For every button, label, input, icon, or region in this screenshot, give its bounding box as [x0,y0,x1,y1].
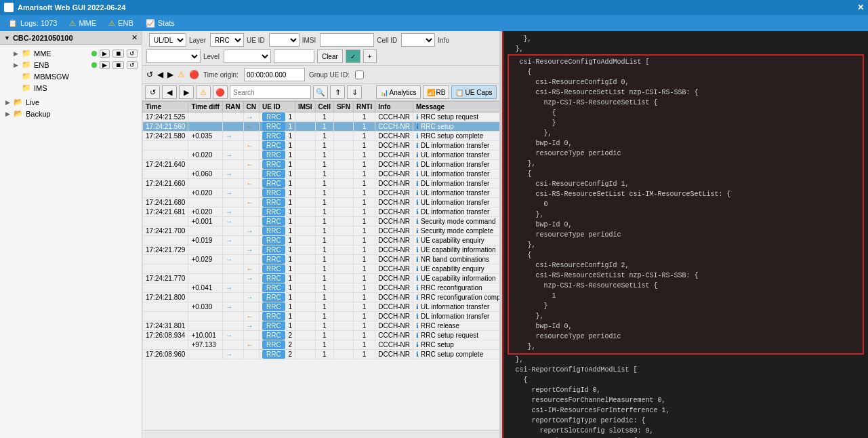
rb-btn[interactable]: 📶 RB [423,85,450,99]
col-rnti[interactable]: RNTI [353,102,375,113]
table-row[interactable]: 17:24:31.801 → RRC 1 1 1 DCCH-NR ℹRRC re… [143,321,499,331]
table-row[interactable]: 17:24:21.680 ← RRC 1 1 1 DCCH-NR ℹUL inf… [143,198,499,207]
ue-caps-btn[interactable]: 📋 UE Caps [451,85,496,99]
table-row[interactable]: 17:24:21.681 +0.020 → RRC 1 1 1 DCCH-NR … [143,207,499,217]
close-icon[interactable]: ✕ [857,3,864,12]
search-prev-btn[interactable]: ⇑ [330,85,345,99]
table-row[interactable]: ← RRC 1 1 1 DCCH-NR ℹDL information tran… [143,312,499,321]
sidebar-close-icon[interactable]: ✕ [131,33,138,42]
menu-stats[interactable]: 📈 Stats [140,18,180,29]
table-row[interactable]: 17:26:08.960 → RRC 2 1 1 DCCH-NR ℹRRC se… [143,350,499,359]
col-message[interactable]: Message [413,102,499,113]
menu-mme[interactable]: ⚠ MME [64,18,102,29]
table-row[interactable]: 17:24:21.560 ← RRC 1 1 1 CCCH-NR ℹRRC se… [143,122,499,132]
sidebar-item-enb[interactable]: ▶ 📁 ENB ▶ ⏹ ↺ [1,59,140,71]
imsi-input[interactable] [320,33,374,47]
enb-stop-btn[interactable]: ⏹ [112,61,124,69]
layer-select[interactable]: RRCPDCPRLCMAC [210,33,244,47]
clear-btn[interactable]: Clear [317,49,343,63]
sidebar-item-mme[interactable]: ▶ 📁 MME ▶ ⏹ ↺ [1,47,140,59]
time-origin-input[interactable] [244,68,305,81]
table-row[interactable]: +0.001 → RRC 1 1 1 DCCH-NR ℹSecurity mod… [143,217,499,226]
sidebar-item-ims[interactable]: 📁 IMS [1,82,140,94]
table-row[interactable]: 17:24:21.580 +0.035 → RRC 1 1 1 DCCH-NR … [143,132,499,141]
log-table-wrapper[interactable]: Time Time diff RAN CN UE ID IMSI Cell SF… [142,101,499,430]
error-filter-btn[interactable]: 🔴 [213,85,228,99]
mme-play-btn[interactable]: ▶ [100,49,110,58]
toolbar: UL/DLULDL Layer RRCPDCPRLCMAC UE ID 12 I… [142,31,499,66]
table-row[interactable]: 17:24:21.800 → RRC 1 1 1 DCCH-NR ℹRRC re… [143,293,499,302]
mme-stop-btn[interactable]: ⏹ [112,49,124,58]
table-row[interactable]: +0.041 → RRC 1 1 1 DCCH-NR ℹRRC reconfig… [143,283,499,293]
filter-input[interactable] [274,49,314,63]
search-next-btn[interactable]: ⇓ [347,85,362,99]
col-ueid[interactable]: UE ID [260,102,295,113]
group-ue-checkbox[interactable] [355,71,364,79]
table-row[interactable]: 17:24:21.770 → RRC 1 1 1 DCCH-NR ℹUE cap… [143,274,499,283]
menu-logs[interactable]: 📋 Logs: 1073 [3,18,62,29]
table-row[interactable]: 17:26:08.934 +10.001 → RRC 2 1 1 CCCH-NR… [143,331,499,340]
cell-ueid: RRC 1 [260,293,295,302]
ue-id-select[interactable]: 12 [269,33,299,47]
cell-cell: 1 [315,170,333,179]
mme-warn-icon: ⚠ [69,19,76,28]
table-row[interactable]: +97.133 ← RRC 2 1 1 CCCH-NR ℹRRC setup [143,340,499,350]
cell-sfn [333,331,353,340]
col-sfn[interactable]: SFN [333,102,353,113]
cell-rnti: 1 [353,217,375,226]
table-row[interactable]: 17:24:21.660 ← RRC 1 1 1 DCCH-NR ℹDL inf… [143,179,499,188]
sidebar-item-live[interactable]: ▶ 📂 Live [1,96,140,108]
table-row[interactable]: +0.029 → RRC 1 1 1 DCCH-NR ℹNR band comb… [143,255,499,264]
prev-log-btn[interactable]: ◀ [162,85,177,99]
col-timediff[interactable]: Time diff [188,102,222,113]
cell-timediff [188,321,222,331]
enb-restart-btn[interactable]: ↺ [127,61,138,69]
col-info[interactable]: Info [375,102,413,113]
table-row[interactable]: ← RRC 1 1 1 DCCH-NR ℹDL information tran… [143,141,499,151]
table-row[interactable]: +0.019 → RRC 1 1 1 DCCH-NR ℹUE capabilit… [143,236,499,245]
next-btn[interactable]: ▶ [167,70,173,79]
cell-sfn [333,312,353,321]
table-row[interactable]: 17:24:21.525 → RRC 1 1 1 CCCH-NR ℹRRC se… [143,113,499,122]
col-imsi[interactable]: IMSI [295,102,316,113]
search-input[interactable] [230,85,311,99]
level-select[interactable] [224,49,271,63]
refresh-btn[interactable]: ↺ [146,70,153,79]
cell-ran [222,274,243,283]
table-row[interactable]: +0.020 → RRC 1 1 1 DCCH-NR ℹUL informati… [143,188,499,198]
cell-rnti: 1 [353,255,375,264]
prev-btn[interactable]: ◀ [157,70,163,79]
enb-play-btn[interactable]: ▶ [100,61,110,69]
col-cn[interactable]: CN [243,102,259,113]
next-log-btn[interactable]: ▶ [179,85,194,99]
apply-btn[interactable]: ✓ [346,49,360,63]
table-row[interactable]: 17:24:21.640 ← RRC 1 1 1 DCCH-NR ℹDL inf… [143,160,499,170]
mode-select[interactable]: UL/DLULDL [149,33,186,47]
table-row[interactable]: 17:24:21.729 → RRC 1 1 1 DCCH-NR ℹUE cap… [143,245,499,255]
code-line: reportConfigId 0, [508,385,865,395]
code-line: reportSlotConfig slots80: 9, [508,426,865,436]
cell-timediff: +0.020 [188,151,222,160]
info-select[interactable] [146,49,201,63]
sidebar-item-backup[interactable]: ▶ 📂 Backup [1,108,140,119]
search-icon-btn[interactable]: 🔍 [313,85,328,99]
cell-ran [222,179,243,188]
add-filter-btn[interactable]: + [363,49,377,63]
refresh-log-btn[interactable]: ↺ [145,85,160,99]
analytics-btn[interactable]: 📊 Analytics [376,85,421,99]
cell-cell: 1 [315,255,333,264]
col-time[interactable]: Time [143,102,188,113]
table-row[interactable]: +0.020 → RRC 1 1 1 DCCH-NR ℹUL informati… [143,151,499,160]
menu-enb[interactable]: ⚠ ENB [103,18,139,29]
sidebar-item-mbmsgw[interactable]: 📁 MBMSGW [1,71,140,82]
table-row[interactable]: +0.060 → RRC 1 1 1 DCCH-NR ℹUL informati… [143,170,499,179]
bottom-scroll[interactable] [142,430,499,438]
table-row[interactable]: +0.030 → RRC 1 1 1 DCCH-NR ℹUL informati… [143,302,499,312]
mme-restart-btn[interactable]: ↺ [127,49,138,58]
table-row[interactable]: ← RRC 1 1 1 DCCH-NR ℹUE capability enqui… [143,264,499,274]
table-row[interactable]: 17:24:21.700 → RRC 1 1 1 DCCH-NR ℹSecuri… [143,226,499,236]
warn-filter-btn[interactable]: ⚠ [196,85,211,99]
col-ran[interactable]: RAN [222,102,243,113]
cell-id-select[interactable] [401,33,435,47]
col-cell[interactable]: Cell [315,102,333,113]
